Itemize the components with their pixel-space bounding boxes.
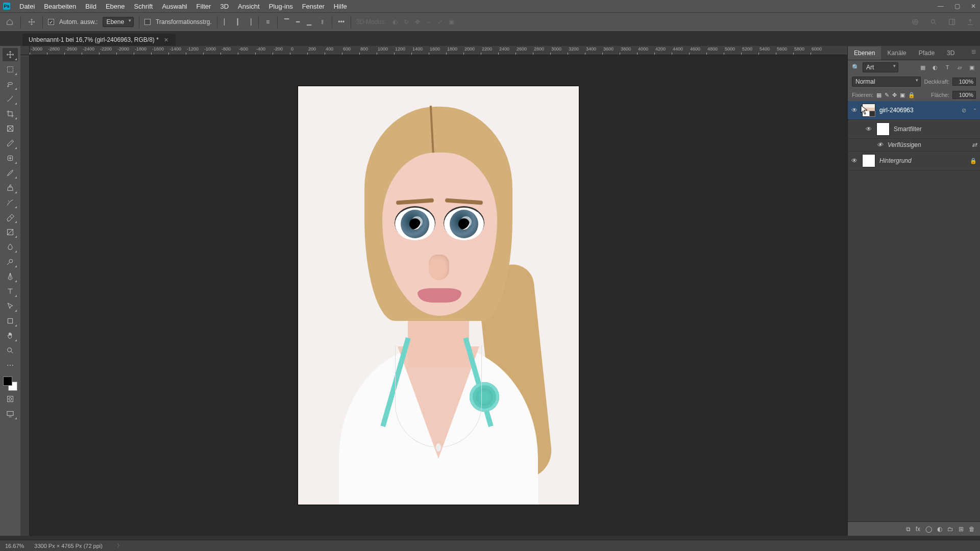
canvas-viewport[interactable] <box>30 55 847 536</box>
workspace-icon[interactable] <box>946 16 958 28</box>
marquee-tool[interactable] <box>3 63 18 76</box>
color-swatch[interactable] <box>3 377 17 391</box>
canvas-area[interactable]: -3000-2800-2600-2400-2200-2000-1800-1600… <box>20 46 847 536</box>
blur-tool[interactable] <box>3 240 18 254</box>
layer-filter-search-icon[interactable]: 🔍 <box>852 64 860 71</box>
layer-fx-icon[interactable]: fx <box>916 525 920 533</box>
filter-blend-options-icon[interactable]: ⇄ <box>972 141 977 148</box>
crop-tool[interactable] <box>3 107 18 120</box>
lock-transparent-icon[interactable]: ▦ <box>876 92 881 98</box>
tab-3d[interactable]: 3D <box>941 46 961 60</box>
lock-pixels-icon[interactable]: ✎ <box>885 92 889 98</box>
new-adjustment-icon[interactable]: ◐ <box>937 525 942 533</box>
close-icon[interactable]: ✕ <box>970 3 977 10</box>
share-icon[interactable] <box>965 16 976 28</box>
visibility-toggle-icon[interactable]: 👁 <box>876 141 884 148</box>
lasso-tool[interactable] <box>3 78 18 91</box>
move-tool-icon[interactable] <box>26 16 37 28</box>
menu-fenster[interactable]: Fenster <box>302 3 325 10</box>
canvas-image[interactable] <box>298 86 579 505</box>
quick-mask-icon[interactable] <box>3 392 18 406</box>
home-icon[interactable] <box>4 16 15 28</box>
visibility-toggle-icon[interactable]: 👁 <box>851 107 858 114</box>
auto-select-target-dropdown[interactable]: Ebene <box>103 17 134 27</box>
layer-thumbnail[interactable] <box>862 154 875 167</box>
layer-name[interactable]: girl-2406963 <box>879 107 958 114</box>
align-top-icon[interactable]: ▔ <box>283 18 291 26</box>
distribute-icon[interactable]: ≡ <box>264 18 272 26</box>
align-vcenter-icon[interactable]: ━ <box>294 18 302 26</box>
document-tab-close-icon[interactable]: ✕ <box>164 37 168 43</box>
maximize-icon[interactable]: ▢ <box>953 3 961 10</box>
lock-icon[interactable]: 🔒 <box>970 158 977 164</box>
align-bottom-icon[interactable]: ▁ <box>305 18 313 26</box>
auto-select-checkbox[interactable] <box>48 19 54 25</box>
add-mask-icon[interactable]: ◯ <box>925 525 932 533</box>
new-group-icon[interactable]: 🗀 <box>947 525 953 533</box>
clone-stamp-tool[interactable] <box>3 181 18 194</box>
tab-ebenen[interactable]: Ebenen <box>848 46 881 60</box>
shape-tool[interactable] <box>3 314 18 328</box>
ruler-horizontal[interactable]: -3000-2800-2600-2400-2200-2000-1800-1600… <box>30 46 847 55</box>
menu-bild[interactable]: Bild <box>85 3 96 10</box>
ruler-vertical[interactable] <box>20 55 30 536</box>
zoom-tool[interactable] <box>3 344 18 357</box>
history-brush-tool[interactable] <box>3 196 18 209</box>
visibility-toggle-icon[interactable]: 👁 <box>865 126 872 133</box>
path-select-tool[interactable] <box>3 299 18 313</box>
healing-brush-tool[interactable] <box>3 152 18 165</box>
menu-plugins[interactable]: Plug-ins <box>269 3 293 10</box>
filter-name[interactable]: Verflüssigen <box>888 141 968 148</box>
filter-pixel-icon[interactable]: ▦ <box>919 63 927 71</box>
brush-tool[interactable] <box>3 166 18 180</box>
move-tool[interactable] <box>3 48 18 61</box>
menu-3d[interactable]: 3D <box>220 3 229 10</box>
edit-toolbar-icon[interactable]: ⋯ <box>3 359 18 372</box>
delete-layer-icon[interactable]: 🗑 <box>969 525 975 533</box>
filter-type-icon[interactable]: T <box>943 63 951 71</box>
magic-wand-tool[interactable] <box>3 92 18 106</box>
align-right-icon[interactable]: ▕ <box>245 18 253 26</box>
hand-tool[interactable] <box>3 329 18 342</box>
menu-auswahl[interactable]: Auswahl <box>162 3 187 10</box>
cloud-docs-icon[interactable] <box>910 16 921 28</box>
filter-smart-icon[interactable]: ▣ <box>968 63 976 71</box>
more-options-icon[interactable]: ••• <box>337 18 346 26</box>
filter-adjust-icon[interactable]: ◐ <box>931 63 939 71</box>
menu-ebene[interactable]: Ebene <box>106 3 125 10</box>
blend-mode-dropdown[interactable]: Normal <box>852 77 921 87</box>
minimize-icon[interactable]: — <box>937 3 944 10</box>
menu-bearbeiten[interactable]: Bearbeiten <box>44 3 76 10</box>
menu-filter[interactable]: Filter <box>197 3 211 10</box>
panel-menu-icon[interactable]: ≡ <box>967 44 980 60</box>
status-menu-icon[interactable]: 〉 <box>117 542 122 549</box>
dodge-tool[interactable] <box>3 255 18 268</box>
opacity-input[interactable]: 100% <box>952 78 976 86</box>
layer-filter-type-dropdown[interactable]: Art <box>863 62 898 72</box>
filter-mask-thumbnail[interactable] <box>876 122 890 136</box>
document-tab[interactable]: Unbenannt-1 bei 16,7% (girl-2406963, RGB… <box>22 34 176 46</box>
lock-artboard-icon[interactable]: ▣ <box>900 92 905 98</box>
document-dimensions[interactable]: 3300 Px × 4765 Px (72 ppi) <box>34 543 103 549</box>
align-left-icon[interactable]: ▏ <box>223 18 231 26</box>
type-tool[interactable] <box>3 285 18 298</box>
new-layer-icon[interactable]: ⊞ <box>959 525 964 533</box>
screen-mode-icon[interactable] <box>3 407 18 420</box>
visibility-toggle-icon[interactable]: 👁 <box>851 157 858 164</box>
layer-thumbnail[interactable] <box>862 104 875 117</box>
eraser-tool[interactable] <box>3 211 18 224</box>
menu-datei[interactable]: Datei <box>19 3 35 10</box>
frame-tool[interactable] <box>3 122 18 135</box>
zoom-level[interactable]: 16.67% <box>5 543 24 549</box>
menu-hilfe[interactable]: Hilfe <box>334 3 347 10</box>
tab-pfade[interactable]: Pfade <box>913 46 941 60</box>
eyedropper-tool[interactable] <box>3 137 18 150</box>
layer-verfluessigen[interactable]: 👁 Verflüssigen ⇄ <box>848 139 980 152</box>
lock-all-icon[interactable]: 🔒 <box>908 92 915 98</box>
gradient-tool[interactable] <box>3 226 18 239</box>
fill-input[interactable]: 100% <box>952 91 976 99</box>
layer-girl[interactable]: 👁 girl-2406963 ⊘ ⌃ <box>848 101 980 120</box>
pen-tool[interactable] <box>3 270 18 283</box>
collapse-icon[interactable]: ⌃ <box>973 108 977 113</box>
layer-hintergrund[interactable]: 👁 Hintergrund 🔒 <box>848 152 980 170</box>
